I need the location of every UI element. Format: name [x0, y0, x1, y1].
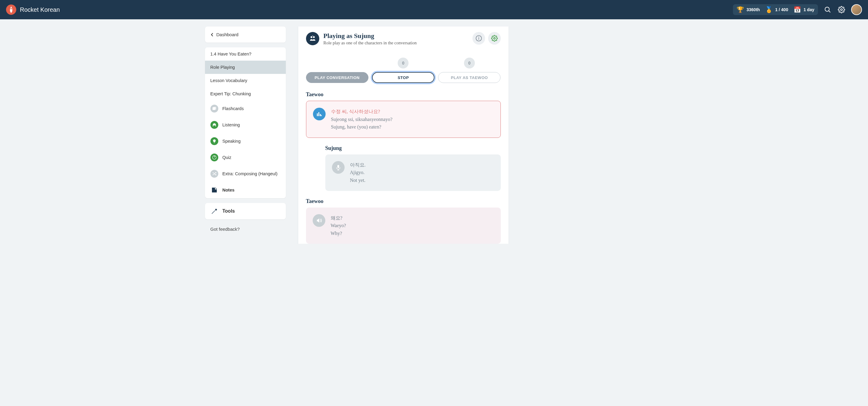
user-avatar[interactable]: [851, 4, 862, 15]
search-button[interactable]: [824, 5, 832, 14]
leaderboard-icon: 🏆: [737, 6, 744, 13]
stats-pill[interactable]: 🏆 3360th 🏅 1 / 400 📅 1 day: [733, 4, 818, 15]
mic-icon[interactable]: [332, 161, 345, 174]
english-text: Why?: [331, 230, 346, 237]
app-header: Rocket Korean 🏆 3360th 🏅 1 / 400 📅 1 day: [0, 0, 868, 19]
dialogue-bubble: 아직요. Ajigyo. Not yet.: [325, 154, 501, 191]
roman-text: Waeyo?: [331, 222, 346, 230]
main-content: Playing as Sujung Role play as one of th…: [298, 27, 509, 244]
svg-point-10: [494, 37, 495, 39]
calendar-icon: 📅: [794, 6, 801, 13]
svg-point-0: [825, 7, 829, 11]
lesson-subtitle: Role play as one of the characters in th…: [323, 40, 417, 46]
brand-area[interactable]: Rocket Korean: [6, 4, 60, 15]
nav-notes[interactable]: Notes: [205, 182, 286, 198]
headphones-icon: [211, 121, 218, 129]
nav-listening[interactable]: Listening: [205, 117, 286, 133]
streak-stat[interactable]: 📅 1 day: [794, 6, 814, 13]
info-button[interactable]: [472, 32, 485, 45]
alt-badge: 0: [464, 58, 475, 68]
play-conversation-button[interactable]: PLAY CONVERSATION: [306, 72, 368, 83]
roleplay-icon: [306, 32, 319, 45]
audio-chart-icon[interactable]: [313, 108, 326, 120]
svg-rect-14: [321, 115, 322, 116]
play-as-taewoo-button[interactable]: PLAY AS TAEWOO: [438, 72, 500, 83]
nav-tools[interactable]: Tools: [205, 203, 286, 219]
badge-icon: 🏅: [765, 6, 773, 13]
svg-rect-13: [320, 114, 321, 116]
nav-quiz[interactable]: Quiz: [205, 149, 286, 166]
flashcards-icon: [211, 105, 218, 113]
speaker-label: Taewoo: [306, 91, 501, 98]
nav-flashcards[interactable]: Flashcards: [205, 100, 286, 117]
nav-extra[interactable]: Extra: Composing (Hangeul): [205, 166, 286, 182]
nav-role-playing[interactable]: Role Playing: [205, 61, 286, 74]
quiz-icon: [211, 153, 218, 162]
points-stat[interactable]: 🏅 1 / 400: [765, 6, 788, 13]
korean-text: 왜요?: [331, 214, 346, 222]
korean-text: 아직요.: [350, 161, 366, 169]
notes-icon: [211, 186, 218, 194]
svg-point-9: [478, 37, 479, 37]
svg-point-5: [311, 36, 312, 38]
english-text: Sujung, have (you) eaten?: [331, 123, 393, 131]
dialogue-bubble: 왜요? Waeyo? Why?: [306, 207, 501, 244]
nav-speaking[interactable]: Speaking: [205, 133, 286, 149]
sidebar: Dashboard 1.4 Have You Eaten? Role Playi…: [205, 27, 286, 251]
svg-rect-11: [317, 113, 318, 116]
nav-lesson-title[interactable]: 1.4 Have You Eaten?: [205, 47, 286, 61]
dashboard-label: Dashboard: [216, 32, 239, 37]
rank-value: 3360th: [746, 7, 760, 12]
streak-value: 1 day: [804, 7, 814, 12]
wrench-icon: [211, 207, 218, 215]
stop-button[interactable]: STOP: [372, 72, 434, 83]
rank-stat[interactable]: 🏆 3360th: [737, 6, 760, 13]
dashboard-link[interactable]: Dashboard: [205, 27, 286, 42]
speaker-label: Sujung: [325, 145, 501, 151]
settings-button[interactable]: [837, 5, 846, 14]
svg-point-6: [313, 36, 315, 38]
lightbulb-icon: [211, 137, 218, 145]
svg-point-2: [841, 9, 842, 10]
english-text: Not yet.: [350, 176, 366, 184]
sound-icon[interactable]: [313, 214, 325, 227]
nav-expert-tip[interactable]: Expert Tip: Chunking: [205, 87, 286, 100]
feedback-link[interactable]: Got feedback?: [205, 224, 286, 234]
svg-rect-12: [318, 112, 319, 116]
roman-text: Sujeong ssi, siksahasyeonnayo?: [331, 116, 393, 123]
korean-text: 수정 씨, 식사하셨나요?: [331, 108, 393, 116]
svg-rect-15: [337, 165, 339, 168]
lesson-title: Playing as Sujung: [323, 32, 417, 40]
logo-icon: [6, 4, 16, 15]
svg-rect-4: [213, 107, 216, 110]
svg-line-1: [829, 11, 830, 12]
chevron-left-icon: [211, 33, 213, 36]
dialogue-bubble: 수정 씨, 식사하셨나요? Sujeong ssi, siksahasyeonn…: [306, 101, 501, 138]
speaker-label: Taewoo: [306, 198, 501, 204]
shuffle-icon: [211, 170, 218, 178]
points-value: 1 / 400: [775, 7, 788, 12]
roman-text: Ajigyo.: [350, 169, 366, 176]
lesson-settings-button[interactable]: [488, 32, 501, 45]
nav-lesson-vocabulary[interactable]: Lesson Vocabulary: [205, 74, 286, 87]
stop-badge: 0: [398, 58, 408, 68]
brand-name: Rocket Korean: [20, 6, 60, 13]
